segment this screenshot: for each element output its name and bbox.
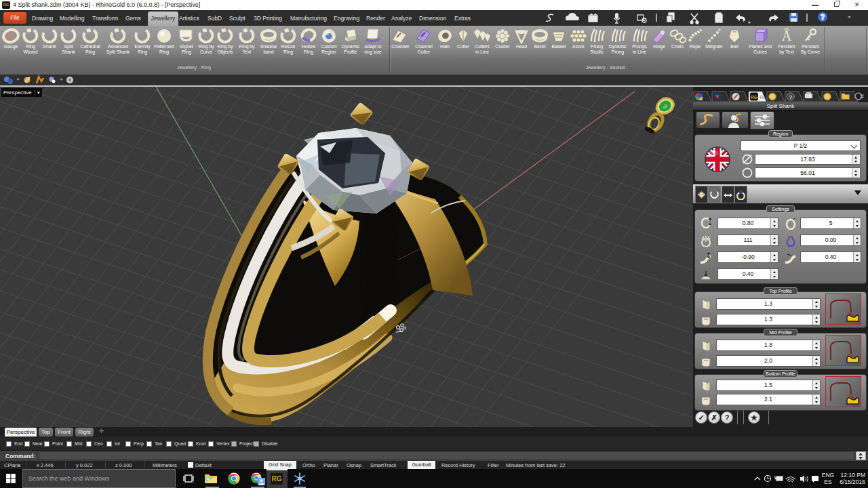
svg-text:A: A <box>782 28 792 43</box>
svg-text:?: ? <box>789 94 793 100</box>
svg-text:RG: RG <box>751 95 758 100</box>
svg-text:R...: R... <box>760 94 768 100</box>
svg-text:?: ? <box>821 14 825 21</box>
